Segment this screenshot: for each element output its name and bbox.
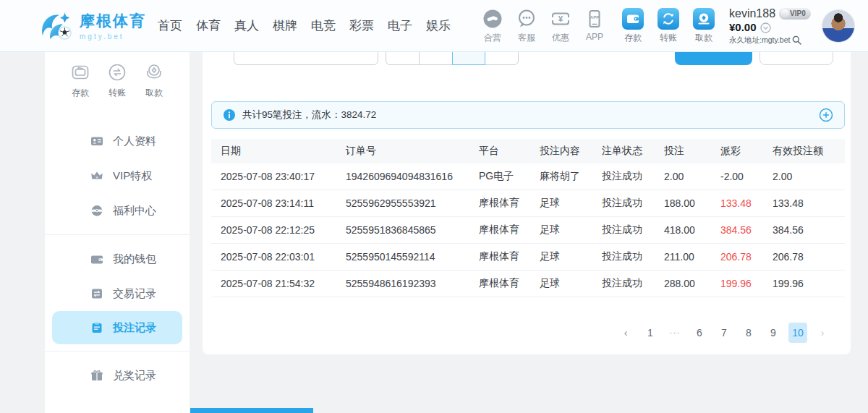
pagination-page-9[interactable]: 9 (764, 323, 783, 343)
expand-circle-icon[interactable] (819, 108, 833, 122)
withdraw-button[interactable]: 取款 (689, 8, 718, 44)
sidebar-item-vip[interactable]: VIP特权 (45, 158, 190, 193)
pagination-ellipsis[interactable]: ··· (665, 323, 684, 343)
table-header-row: 日期 订单号 平台 投注内容 注单状态 投注 派彩 有效投注额 (211, 139, 845, 163)
nav-lottery[interactable]: 彩票 (349, 17, 374, 34)
vip-badge[interactable]: VIP0 (779, 8, 811, 20)
sidebar-withdraw-label: 取款 (145, 87, 163, 99)
pagination-page-10-active[interactable]: 10 (788, 323, 807, 343)
pagination-page-8[interactable]: 8 (739, 323, 758, 343)
partnership-link[interactable]: 合营 (478, 8, 507, 44)
deposit-wallet-icon (622, 8, 644, 30)
pagination-prev[interactable]: ‹ (616, 323, 635, 343)
sidebar-withdraw[interactable]: 取款 (143, 61, 165, 99)
cell-payout: 384.56 (720, 224, 773, 236)
cell-bet: 288.00 (664, 278, 720, 289)
top-header: 摩根体育 mgty.bet 首页 体育 真人 棋牌 电竞 彩票 电子 娱乐 合营 (0, 0, 868, 52)
nav-home[interactable]: 首页 (158, 17, 182, 34)
cell-payout: 206.78 (720, 251, 773, 263)
user-info-block: kevin188 VIP0 ¥0.00 永久地址:mgty.bet (729, 7, 816, 45)
cell-bet: 418.00 (664, 224, 720, 236)
nav-card-games[interactable]: 棋牌 (273, 17, 297, 34)
summary-bar: 共计95笔投注，流水：3824.72 (211, 101, 845, 129)
cell-date: 2025-07-08 22:03:01 (221, 251, 346, 263)
sidebar-item-vip-label: VIP特权 (113, 169, 152, 183)
nav-esports[interactable]: 电竞 (311, 17, 336, 34)
transfer-button[interactable]: 转账 (654, 8, 683, 44)
cell-order-no: 5255948616192393 (346, 278, 479, 289)
promotions-link[interactable]: ¥ 优惠 (546, 8, 575, 44)
promotions-label: 优惠 (552, 32, 569, 44)
sidebar-item-bet-records-label: 投注记录 (113, 321, 156, 335)
pagination-page-7[interactable]: 7 (715, 323, 733, 343)
sidebar-menu: 个人资料 VIP特权 福利中心 (45, 124, 190, 393)
cell-date: 2025-07-08 23:40:17 (221, 171, 346, 182)
cell-date: 2025-07-08 21:54:32 (221, 278, 346, 289)
withdraw-label: 取款 (695, 32, 712, 44)
welfare-box-icon (90, 204, 103, 217)
balance-amount: ¥0.00 (729, 21, 757, 34)
crown-icon (90, 169, 103, 182)
transaction-record-icon (90, 287, 103, 300)
table-row: 2025-07-08 23:40:17 1942609694094831616 … (211, 163, 845, 190)
deposit-button[interactable]: 存款 (618, 8, 647, 44)
chat-bubble-icon (516, 8, 537, 30)
sidebar-item-welfare[interactable]: 福利中心 (45, 193, 190, 228)
cell-payout: -2.00 (720, 171, 773, 182)
nav-slots[interactable]: 电子 (388, 17, 412, 34)
customer-service-link[interactable]: 客服 (512, 8, 541, 44)
chevron-down-icon[interactable] (760, 22, 771, 33)
info-icon (223, 108, 236, 122)
pagination-next[interactable]: › (813, 323, 832, 343)
nav-sports[interactable]: 体育 (196, 17, 221, 34)
bet-record-icon (90, 321, 103, 334)
sidebar-item-profile-label: 个人资料 (113, 135, 156, 148)
coin-dispenser-icon (143, 61, 165, 83)
sidebar-item-bet-records[interactable]: 投注记录 (52, 311, 182, 344)
summary-text: 共计95笔投注，流水：3824.72 (242, 108, 376, 122)
sidebar-item-prize-records[interactable]: 兑奖记录 (45, 358, 190, 393)
svg-text:¥: ¥ (558, 14, 563, 23)
cell-platform: 摩根体育 (479, 197, 540, 210)
customer-service-label: 客服 (518, 32, 535, 44)
nav-entertainment[interactable]: 娱乐 (426, 17, 451, 34)
bet-records-table: 日期 订单号 平台 投注内容 注单状态 投注 派彩 有效投注额 2025-07-… (211, 139, 845, 297)
cell-status: 投注成功 (602, 277, 664, 290)
pagination-page-1[interactable]: 1 (641, 323, 660, 343)
avatar[interactable] (822, 9, 855, 43)
cell-content: 足球 (540, 277, 602, 290)
wallet-icon (90, 252, 103, 265)
cell-valid-bet: 206.78 (773, 251, 845, 263)
sidebar-item-wallet[interactable]: 我的钱包 (45, 242, 190, 276)
brand-domain: mgty.bet (80, 33, 146, 41)
wallet-outline-icon (69, 61, 91, 83)
id-card-icon (90, 135, 103, 148)
cell-status: 投注成功 (602, 197, 664, 210)
col-status: 注单状态 (602, 145, 664, 158)
col-date: 日期 (221, 145, 346, 158)
sidebar-deposit[interactable]: 存款 (69, 61, 91, 99)
cell-valid-bet: 2.00 (773, 171, 845, 182)
gift-box-icon (90, 369, 103, 382)
table-row: 2025-07-08 21:54:32 5255948616192393 摩根体… (211, 271, 845, 297)
pagination-page-6[interactable]: 6 (690, 323, 709, 343)
sidebar-item-profile[interactable]: 个人资料 (45, 124, 190, 158)
magnifier-icon[interactable] (792, 35, 801, 45)
cell-order-no: 1942609694094831616 (346, 171, 479, 182)
col-platform: 平台 (479, 145, 540, 158)
table-row: 2025-07-08 23:14:11 5255962955553921 摩根体… (211, 190, 845, 217)
nav-live-casino[interactable]: 真人 (234, 17, 259, 34)
bottom-widget-bar (190, 408, 313, 413)
sidebar-item-prize-records-label: 兑奖记录 (113, 369, 156, 383)
col-payout: 派彩 (720, 145, 773, 158)
brand-logo[interactable]: 摩根体育 mgty.bet (40, 11, 146, 41)
sidebar-transfer[interactable]: 转账 (106, 61, 128, 99)
cell-status: 投注成功 (602, 250, 664, 263)
table-row: 2025-07-08 22:12:25 5255951836845865 摩根体… (211, 217, 845, 244)
sidebar-item-transactions[interactable]: 交易记录 (45, 276, 190, 311)
cell-status: 投注成功 (602, 170, 664, 183)
col-bet: 投注 (664, 145, 720, 158)
app-download-link[interactable]: APP APP (580, 8, 609, 44)
table-row: 2025-07-08 22:03:01 5255950145592114 摩根体… (211, 244, 845, 271)
sidebar-deposit-label: 存款 (72, 87, 89, 99)
